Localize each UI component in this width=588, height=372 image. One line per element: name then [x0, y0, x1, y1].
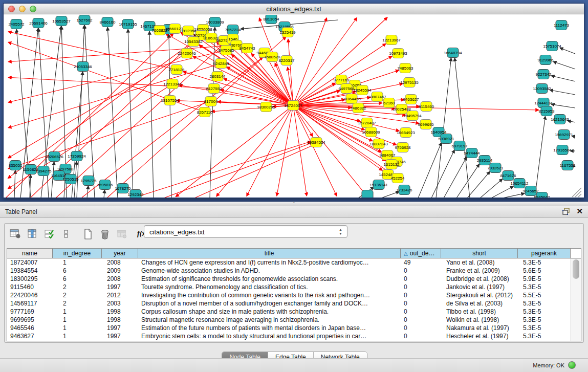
graph-node[interactable]: 9227342 [535, 70, 552, 79]
column-header-name[interactable]: name [7, 249, 53, 258]
graph-node[interactable]: 8454743 [239, 43, 255, 53]
table-cell-pagerank[interactable]: 5.3E-5 [518, 300, 571, 307]
graph-node[interactable]: 20206526 [45, 152, 63, 162]
table-cell-year[interactable]: 2012 [102, 292, 138, 299]
table-cell-pagerank[interactable]: 5.3E-5 [518, 333, 571, 340]
table-row[interactable]: 977716911998Corpus callosum shape and si… [7, 308, 581, 316]
graph-node[interactable]: 16210643 [551, 115, 569, 124]
minimize-window-icon[interactable] [19, 6, 26, 12]
graph-edge[interactable] [381, 191, 399, 198]
panel-splitter[interactable]: ⌃ [0, 202, 588, 206]
table-cell-in_degree[interactable]: 1 [53, 308, 102, 315]
table-cell-in_degree[interactable]: 1 [53, 316, 102, 323]
graph-node[interactable]: 5938921 [438, 134, 454, 144]
table-cell-title[interactable]: Estimation of the future numbers of pati… [138, 324, 401, 332]
graph-node[interactable]: 2718126 [168, 65, 185, 75]
table-cell-title[interactable]: Estimation of significance thresholds fo… [138, 275, 401, 282]
graph-edge[interactable] [550, 90, 575, 95]
graph-edge[interactable] [8, 41, 193, 179]
graph-edge[interactable] [551, 76, 575, 81]
graph-edge[interactable] [444, 157, 467, 198]
table-cell-title[interactable]: Corpus callosum shape and size in male p… [138, 308, 401, 315]
table-cell-pagerank[interactable]: 5.6E-5 [518, 267, 571, 274]
graph-node[interactable]: 19384554 [307, 138, 325, 147]
graph-node[interactable]: 9474444 [464, 148, 480, 158]
graph-edge[interactable] [560, 48, 575, 54]
table-cell-in_degree[interactable]: 2 [53, 292, 102, 299]
graph-node[interactable]: 8466160 [99, 17, 116, 27]
graph-node[interactable]: 1695816 [97, 180, 113, 190]
column-header-title[interactable]: title [138, 249, 401, 258]
graph-node[interactable]: 9115460 [419, 102, 434, 112]
zoom-window-icon[interactable] [30, 6, 36, 12]
import-table-button[interactable] [114, 227, 129, 241]
graph-edge[interactable] [491, 186, 513, 198]
graph-node[interactable]: 1733426 [396, 185, 412, 195]
table-cell-year[interactable]: 1997 [102, 283, 138, 291]
table-cell-name[interactable]: 9115460 [7, 283, 53, 291]
graph-node[interactable]: 8220317 [278, 56, 295, 65]
graph-node[interactable]: 7932621 [487, 163, 504, 173]
graph-edge[interactable] [194, 144, 315, 198]
table-cell-name[interactable]: 9465546 [7, 324, 53, 332]
table-cell-in_degree[interactable]: 1 [53, 333, 102, 340]
graph-node[interactable] [362, 190, 373, 198]
graph-edge[interactable] [104, 190, 105, 198]
graph-node[interactable]: 9699695 [418, 120, 434, 129]
table-cell-pagerank[interactable]: 5.9E-5 [518, 275, 571, 282]
graph-edge[interactable] [128, 29, 133, 198]
table-cell-pagerank[interactable]: 5.3E-5 [518, 259, 571, 266]
graph-edge[interactable] [467, 171, 490, 198]
graph-edge[interactable] [503, 193, 525, 198]
column-header-in_degree[interactable]: in_degree [53, 249, 102, 258]
table-cell-short[interactable]: Nakamura et al. (1997) [441, 324, 518, 332]
graph-edge[interactable] [8, 32, 177, 70]
network-graph-canvas[interactable]: 2405572206914061065352715276028466160107… [4, 15, 584, 198]
graph-node[interactable]: 7485063 [397, 63, 413, 73]
graph-edge[interactable] [107, 37, 286, 198]
table-cell-out_de[interactable]: 0 [401, 333, 441, 340]
table-cell-title[interactable]: Embryonic stem cells: a model to study s… [138, 333, 401, 340]
graph-node[interactable]: 10719155 [119, 19, 137, 29]
column-header-year[interactable]: year [102, 249, 138, 258]
table-cell-year[interactable]: 2008 [102, 275, 138, 282]
table-cell-name[interactable]: 19384554 [7, 267, 53, 274]
graph-edge[interactable] [87, 186, 89, 198]
graph-node[interactable]: 12093582 [533, 84, 551, 94]
table-scrollbar[interactable] [571, 258, 581, 341]
graph-node[interactable]: 9777169 [333, 75, 350, 85]
table-cell-pagerank[interactable]: 5.3E-5 [518, 283, 571, 291]
graph-node[interactable]: 8813054 [263, 15, 279, 24]
table-cell-short[interactable]: Stergiakouli et al. (2012) [441, 292, 518, 299]
graph-node[interactable]: 9129966 [537, 55, 554, 65]
table-cell-in_degree[interactable]: 6 [53, 275, 102, 282]
graph-edge[interactable] [535, 116, 545, 198]
table-cell-year[interactable]: 2008 [102, 259, 138, 266]
table-cell-name[interactable]: 18300295 [7, 275, 53, 282]
graph-edge[interactable] [8, 53, 187, 158]
graph-node[interactable]: 9463627 [403, 95, 419, 104]
table-cell-short[interactable]: Tibbo et al. (1998) [441, 308, 518, 315]
graph-edge[interactable] [247, 105, 293, 196]
table-cell-short[interactable]: Dudbridge et al. (2008) [441, 275, 518, 282]
table-cell-in_degree[interactable]: 2 [53, 300, 102, 307]
graph-node[interactable]: 10688609 [362, 127, 380, 137]
table-cell-pagerank[interactable]: 5.5E-5 [518, 292, 571, 299]
table-cell-in_degree[interactable]: 1 [53, 324, 102, 332]
graph-node[interactable]: 16654923 [397, 128, 415, 138]
graph-node[interactable]: 18107554 [161, 96, 179, 105]
table-cell-out_de[interactable]: 49 [401, 259, 441, 266]
graph-edge[interactable] [431, 150, 454, 198]
graph-node[interactable]: 6979197 [451, 141, 468, 151]
table-cell-short[interactable]: Yano et al. (2008) [441, 259, 518, 266]
table-cell-name[interactable]: 22420046 [7, 292, 53, 299]
graph-edge[interactable] [293, 18, 327, 105]
graph-edge[interactable] [8, 50, 226, 102]
graph-edge[interactable] [454, 58, 470, 198]
graph-node[interactable]: 15751074 [543, 41, 561, 51]
table-row[interactable]: 1456911722003Disruption of a novel membe… [7, 299, 581, 308]
table-cell-year[interactable]: 1998 [102, 316, 138, 323]
table-cell-out_de[interactable]: 0 [401, 308, 441, 315]
table-cell-short[interactable]: de Silva et al. (2003) [441, 300, 518, 307]
graph-node[interactable]: 20691406 [29, 18, 48, 28]
